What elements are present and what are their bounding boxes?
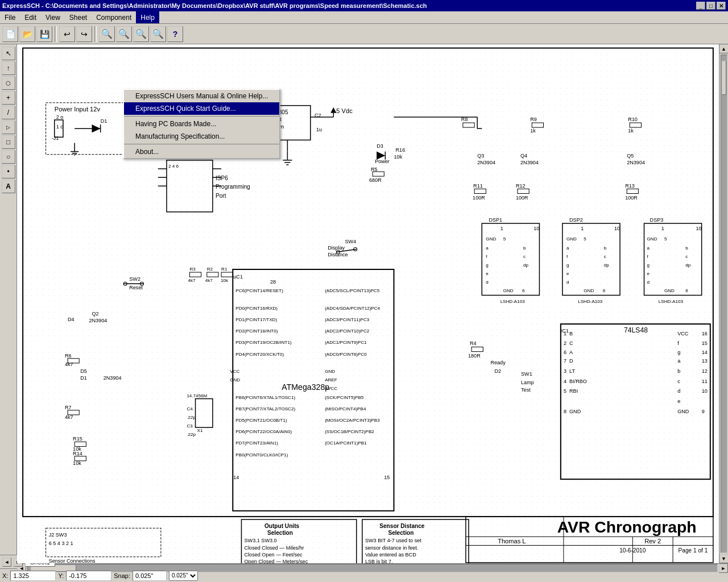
svg-text:uC1: uC1 [233, 274, 243, 280]
scroll-v-track[interactable] [721, 55, 727, 553]
component-tool[interactable]: ▷ [2, 120, 15, 134]
close-button[interactable]: ✕ [717, 2, 726, 10]
svg-text:R12: R12 [516, 183, 526, 189]
svg-text:4k7: 4k7 [65, 414, 73, 420]
zoom-in-button[interactable]: 🔍 [116, 26, 132, 42]
svg-text:100R: 100R [473, 195, 485, 201]
svg-text:1u: 1u [316, 127, 322, 132]
select-tool[interactable]: ↖ [2, 47, 15, 60]
svg-text:2 o: 2 o [56, 114, 64, 120]
svg-text:GND: GND [486, 236, 496, 242]
svg-text:6: 6 [564, 350, 566, 355]
undo-button[interactable]: ↩ [59, 26, 75, 42]
snap-select[interactable]: 0.025" 0.05" 0.1" [169, 571, 198, 581]
svg-text:4k7: 4k7 [188, 278, 196, 283]
bus-tool[interactable]: ⬡ [2, 76, 15, 90]
help-sep1 [124, 116, 279, 117]
svg-text:4k7: 4k7 [205, 278, 213, 283]
svg-text:11: 11 [702, 379, 708, 384]
svg-text:6: 6 [522, 288, 525, 293]
title-bar-controls[interactable]: _ □ ✕ [696, 2, 726, 10]
text-tool[interactable]: A [2, 180, 15, 193]
new-button[interactable]: 📄 [2, 26, 18, 42]
snap-value: 0.025" [135, 572, 153, 579]
svg-text:16: 16 [702, 331, 708, 336]
scroll-right-button[interactable]: ► [719, 564, 728, 573]
svg-text:D3: D3 [377, 143, 383, 149]
svg-text:g: g [677, 350, 680, 355]
svg-text:6: 6 [603, 288, 606, 293]
scroll-v-thumb[interactable] [722, 61, 726, 95]
svg-text:R14: R14 [73, 451, 82, 456]
help-manual-item[interactable]: ExpressSCH Users Manual & Online Help... [124, 90, 279, 102]
svg-text:74LS48: 74LS48 [624, 326, 648, 334]
line-tool[interactable]: / [2, 106, 15, 119]
svg-text:6: 6 [685, 288, 688, 293]
help-quickstart-item[interactable]: ExpressSCH Quick Start Guide... [124, 102, 279, 115]
svg-text:Thomas L: Thomas L [498, 538, 526, 544]
menu-help[interactable]: Help [136, 11, 159, 23]
open-button[interactable]: 📂 [19, 26, 35, 42]
svg-text:(OC1A/PCINT1)PB1: (OC1A/PCINT1)PB1 [325, 440, 367, 446]
svg-text:X1: X1 [197, 428, 203, 433]
wire-tool[interactable]: ↑ [2, 61, 15, 75]
ellipse-tool[interactable]: ○ [2, 150, 15, 164]
minimize-button[interactable]: _ [696, 2, 705, 10]
svg-text:-J1: -J1 [52, 135, 59, 141]
svg-text:AREF: AREF [325, 377, 337, 383]
canvas-area[interactable]: AVR Chronograph Thomas L Rev 2 10-6-2010… [17, 44, 719, 563]
snap-label: Snap: [114, 572, 130, 579]
svg-text:Ready: Ready [490, 360, 506, 365]
svg-text:c: c [685, 254, 688, 259]
svg-text:Q3: Q3 [477, 153, 484, 159]
svg-text:B: B [569, 331, 573, 336]
scroll-down-button[interactable]: ▼ [719, 554, 729, 563]
help-sep2 [124, 144, 279, 144]
svg-text:SW3 BIT 4-7 used to set: SW3 BIT 4-7 used to set [365, 538, 421, 543]
svg-text:R3: R3 [189, 267, 196, 272]
sheet-scroll-left[interactable]: ◄ [2, 558, 11, 567]
svg-text:100R: 100R [625, 195, 638, 201]
redo-button[interactable]: ↪ [76, 26, 92, 42]
svg-text:LSHD-A103: LSHD-A103 [659, 299, 684, 304]
svg-text:GND: GND [569, 409, 581, 414]
scroll-up-button[interactable]: ▲ [719, 44, 729, 53]
svg-text:R2: R2 [207, 267, 213, 272]
zoom-out-button[interactable]: 🔍 [99, 26, 115, 42]
scroll-h-track[interactable] [27, 564, 718, 572]
menu-view[interactable]: View [41, 11, 65, 23]
zoom-fit-button[interactable]: 🔍 [133, 26, 149, 42]
y-value: -0.175 [69, 572, 86, 579]
svg-text:c: c [604, 254, 606, 259]
help-pcboards-item[interactable]: Having PC Boards Made... [124, 118, 279, 130]
svg-text:RBI: RBI [569, 388, 578, 394]
svg-text:Rev 2: Rev 2 [644, 538, 661, 544]
svg-text:GND: GND [647, 236, 657, 242]
svg-text:680R: 680R [369, 177, 382, 183]
junction-tool[interactable]: + [2, 91, 15, 105]
maximize-button[interactable]: □ [706, 2, 715, 10]
menu-file[interactable]: File [0, 11, 20, 23]
snap-value-field: 0.025" [133, 571, 167, 581]
help-about-item[interactable]: About... [124, 146, 279, 158]
svg-text:Port: Port [216, 193, 226, 199]
dot-tool[interactable]: • [2, 165, 15, 178]
menu-component[interactable]: Component [92, 11, 136, 23]
menu-sheet[interactable]: Sheet [65, 11, 92, 23]
svg-text:(ADC5/SCL/PCINT13)PC5: (ADC5/SCL/PCINT13)PC5 [325, 288, 380, 293]
svg-text:c: c [677, 379, 680, 384]
horizontal-scrollbar[interactable]: ◄ ► [17, 563, 728, 572]
help-dropdown-menu: ExpressSCH Users Manual & Online Help...… [123, 89, 280, 159]
svg-text:5: 5 [503, 236, 506, 242]
help-button[interactable]: ? [167, 26, 183, 42]
svg-text:(MISO/PCINT4)PB4: (MISO/PCINT4)PB4 [325, 406, 366, 411]
help-manufacturing-item[interactable]: Manufacturing Specification... [124, 130, 279, 143]
save-button[interactable]: 💾 [36, 26, 52, 42]
svg-text:DSP3: DSP3 [650, 217, 664, 223]
vertical-scrollbar[interactable]: ▲ ▼ [719, 44, 728, 563]
svg-text:GND: GND [664, 288, 675, 293]
rect-tool[interactable]: □ [2, 135, 15, 149]
zoom-rect-button[interactable]: 🔍 [150, 26, 166, 42]
menu-edit[interactable]: Edit [20, 11, 41, 23]
svg-text:D1: D1 [101, 118, 107, 124]
